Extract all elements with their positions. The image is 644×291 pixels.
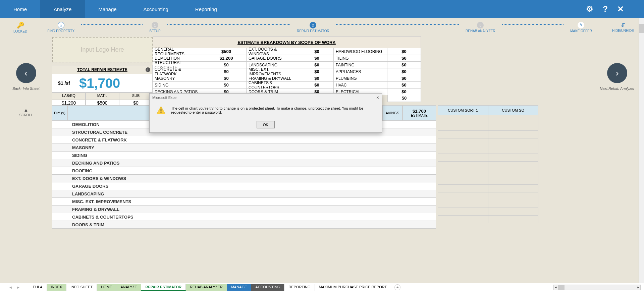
- breakdown-cell: CABINETS & COUNTERTOPS: [247, 82, 300, 89]
- sheet-tab-eula[interactable]: EULA: [29, 284, 47, 291]
- sheet-nav-prev[interactable]: ◄: [7, 285, 14, 289]
- sheet-tab-reporting[interactable]: REPORTING: [284, 284, 315, 291]
- sheet-tab-repair-estimator[interactable]: REPAIR ESTIMATOR: [141, 284, 186, 291]
- work-item-row[interactable]: MASONRY: [52, 144, 436, 152]
- custom-sort-row[interactable]: [438, 200, 538, 208]
- vertical-scrollbar[interactable]: [639, 18, 644, 283]
- sheet-tab-accounting[interactable]: ACCOUNTING: [251, 284, 284, 291]
- work-item-row[interactable]: SIDING: [52, 152, 436, 159]
- top-tab-analyze[interactable]: Analyze: [40, 0, 85, 18]
- custom-sort-row[interactable]: [438, 123, 538, 131]
- wf-find-property[interactable]: ⌂ FIND PROPERTY: [47, 22, 74, 33]
- breakdown-cell: $1,200: [206, 55, 247, 62]
- top-ribbon: HomeAnalyzeManageAccountingReporting ⚙ ?…: [0, 0, 644, 18]
- breakdown-cell: $0: [300, 68, 334, 75]
- estimate-column-header[interactable]: $1,700 ESTIMATE: [402, 105, 436, 121]
- breakdown-cell: $0: [206, 82, 247, 89]
- help-icon[interactable]: ?: [603, 4, 608, 14]
- close-icon[interactable]: ✕: [617, 4, 624, 14]
- custom-sort-row[interactable]: [438, 177, 538, 185]
- dialog-title: Microsoft Excel: [152, 96, 177, 100]
- key-icon: 🔑: [17, 21, 24, 29]
- custom-sort-row[interactable]: [438, 192, 538, 200]
- arrows-icon: ⇵: [621, 22, 625, 28]
- custom-sort-row[interactable]: [438, 131, 538, 138]
- breakdown-cell: $0: [387, 62, 421, 68]
- cost-column-headers: LAB/EQMAT'LSUB: [52, 93, 153, 100]
- custom-sort-row[interactable]: [438, 216, 538, 223]
- horizontal-scrollbar[interactable]: ◄ ►: [553, 285, 641, 290]
- custom-sort-row[interactable]: [438, 162, 538, 169]
- breakdown-cell: $0: [300, 62, 334, 68]
- sheet-tab-info-sheet[interactable]: INFO SHEET: [66, 284, 97, 291]
- new-sheet-button[interactable]: +: [394, 284, 400, 290]
- locked-button[interactable]: 🔑 LOCKED: [13, 21, 27, 33]
- protected-sheet-dialog: Microsoft Excel × The cell or chart you'…: [149, 93, 382, 133]
- breakdown-cell: $0: [387, 82, 421, 89]
- top-tab-accounting[interactable]: Accounting: [130, 0, 182, 18]
- next-button[interactable]: ›: [607, 63, 627, 83]
- sheet-tab-index[interactable]: INDEX: [47, 284, 67, 291]
- work-item-row[interactable]: ROOFING: [52, 167, 436, 175]
- work-item-row[interactable]: GARAGE DOORS: [52, 182, 436, 190]
- work-item-row[interactable]: DECKING AND PATIOS: [52, 159, 436, 167]
- custom-sort-1-header[interactable]: CUSTOM SORT 1: [438, 105, 488, 115]
- custom-sort-row[interactable]: [438, 169, 538, 177]
- edit-icon: ✎: [578, 22, 584, 28]
- logo-placeholder[interactable]: Input Logo Here: [52, 37, 153, 62]
- custom-sort-row[interactable]: [438, 185, 538, 192]
- work-item-row[interactable]: FRAMING & DRYWALL: [52, 206, 436, 213]
- breakdown-extra: $0: [387, 95, 421, 102]
- custom-sort-row[interactable]: [438, 154, 538, 162]
- dialog-close-button[interactable]: ×: [376, 95, 379, 100]
- custom-sort-2-header[interactable]: CUSTOM SO: [488, 105, 539, 115]
- sheet-tab-bar: ◄ ► EULAINDEXINFO SHEETHOMEANALYZEREPAIR…: [0, 283, 644, 291]
- wf-repair-estimator[interactable]: 2 REPAIR ESTIMATOR: [297, 22, 329, 33]
- work-item-row[interactable]: CABINETS & COUNTERTOPS: [52, 213, 436, 221]
- work-item-row[interactable]: EXT. DOORS & WINDOWS: [52, 175, 436, 182]
- breakdown-cell: $0: [387, 55, 421, 62]
- sheet-tab-home[interactable]: HOME: [97, 284, 116, 291]
- breakdown-cell: APPLIANCES: [334, 68, 387, 75]
- breakdown-cell: EXT. DOORS & WINDOWS: [247, 48, 300, 55]
- sheet-tab-analyze[interactable]: ANALYZE: [116, 284, 141, 291]
- top-tab-reporting[interactable]: Reporting: [182, 0, 230, 18]
- dialog-ok-button[interactable]: OK: [257, 121, 275, 128]
- sheet-tab-maximum-purchase-price-report[interactable]: MAXIMUM PURCHASE PRICE REPORT: [315, 284, 391, 291]
- sheet-tab-rehab-analyzer[interactable]: REHAB ANALYZER: [186, 284, 227, 291]
- back-button[interactable]: ‹: [16, 63, 36, 83]
- workflow-bar: 🔑 LOCKED ⌂ FIND PROPERTY 1 SETUP 2 REPAI…: [0, 18, 644, 36]
- work-item-row[interactable]: MISC. EXT. IMPROVEMENTS: [52, 198, 436, 206]
- info-icon[interactable]: i: [146, 67, 150, 72]
- wf-rehab-analyzer[interactable]: 3 REHAB ANALYZER: [466, 22, 495, 33]
- top-tab-manage[interactable]: Manage: [85, 0, 130, 18]
- diy-column-header[interactable]: DIY (x): [52, 105, 67, 121]
- work-item-row[interactable]: DOORS & TRIM: [52, 221, 436, 229]
- breakdown-cell: $0: [387, 48, 421, 55]
- breakdown-cell: $0: [300, 48, 334, 55]
- breakdown-cell: $500: [206, 48, 247, 55]
- breakdown-cell: $0: [387, 89, 421, 95]
- custom-sort-row[interactable]: [438, 138, 538, 146]
- breakdown-cell: PLUMBING: [334, 75, 387, 82]
- scroll-button[interactable]: ▲ SCROLL: [19, 107, 33, 117]
- breakdown-cell: SIDING: [153, 82, 206, 89]
- breakdown-grid: GENERAL REQUIRMENTS$500EXT. DOORS & WIND…: [153, 48, 421, 95]
- sheet-nav-next[interactable]: ►: [14, 285, 22, 289]
- hide-unhide-button[interactable]: ⇵ HIDE/UNHIDE: [612, 22, 634, 33]
- sheet-tab-manage[interactable]: MANAGE: [227, 284, 252, 291]
- custom-sort-row[interactable]: [438, 146, 538, 154]
- gear-icon[interactable]: ⚙: [586, 4, 593, 14]
- svg-rect-1: [161, 109, 162, 112]
- wf-make-offer[interactable]: ✎ MAKE OFFER: [570, 22, 592, 33]
- next-label: Next:Rehab Analyzer: [600, 86, 635, 91]
- custom-sort-row[interactable]: [438, 115, 538, 123]
- custom-sort-row[interactable]: [438, 208, 538, 216]
- work-item-row[interactable]: LANDSCAPING: [52, 190, 436, 198]
- breakdown-cell: TILING: [334, 55, 387, 62]
- breakdown-cell: $0: [300, 55, 334, 62]
- top-tab-home[interactable]: Home: [0, 0, 40, 18]
- work-item-row[interactable]: CONCRETE & FLATWORK: [52, 136, 436, 144]
- wf-setup[interactable]: 1 SETUP: [149, 22, 160, 33]
- savings-column-header[interactable]: AVINGS: [382, 105, 402, 121]
